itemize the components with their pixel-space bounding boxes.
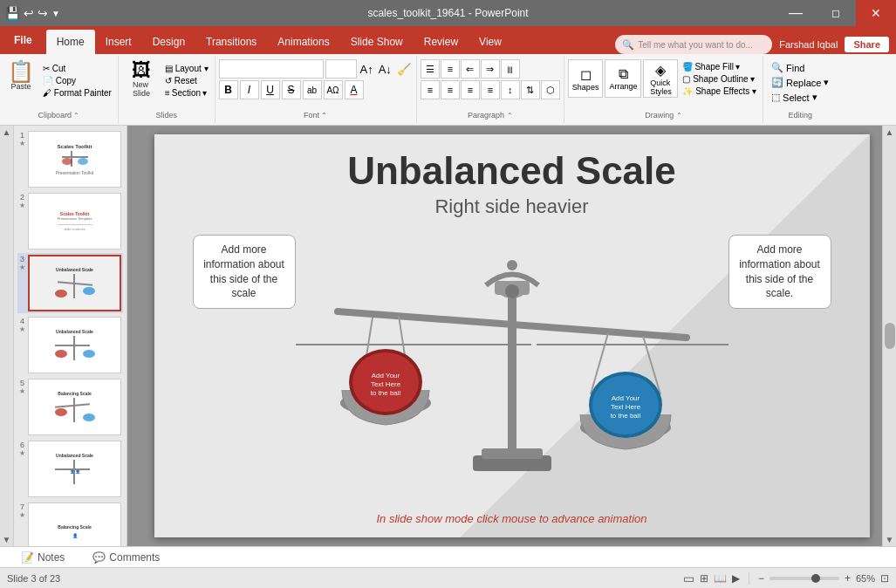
new-slide-button[interactable]: 🖼 NewSlide: [122, 59, 161, 99]
slide-thumb-4[interactable]: 4 ★ Unbalanced Scale: [17, 315, 123, 375]
canvas-scroll-down-button[interactable]: ▼: [886, 535, 894, 544]
notes-icon: 📝: [21, 551, 34, 564]
align-center-button[interactable]: ≡: [441, 80, 460, 99]
shape-effects-button[interactable]: ✨ Shape Effects ▾: [680, 85, 759, 97]
underline-button[interactable]: U: [261, 80, 280, 99]
justify-button[interactable]: ≡: [481, 80, 500, 99]
minimize-button[interactable]: —: [776, 0, 816, 26]
slide-thumb-3[interactable]: 3 ★ Unbalanced Scale: [17, 253, 123, 313]
shadow-button[interactable]: ab: [303, 80, 322, 99]
numbered-list-button[interactable]: ≡: [441, 59, 460, 79]
slide-thumb-7[interactable]: 7 ★ Balancing Scale 👤: [17, 501, 123, 546]
scroll-down-button[interactable]: ▼: [3, 535, 11, 544]
comments-icon: 💬: [92, 551, 106, 564]
select-button[interactable]: ⬚ Select ▾: [769, 91, 831, 104]
file-tab[interactable]: File: [0, 26, 46, 54]
shapes-button[interactable]: ◻ Shapes: [568, 59, 604, 98]
find-button[interactable]: 🔍 Find: [769, 61, 831, 74]
slide-thumb-5[interactable]: 5 ★ Balancing Scale: [17, 377, 123, 437]
clear-format-button[interactable]: 🧹: [395, 63, 413, 76]
align-left-button[interactable]: ≡: [421, 80, 440, 99]
comments-tab[interactable]: 💬 Comments: [85, 550, 167, 565]
svg-rect-1: [508, 290, 516, 464]
slide-thumb-1[interactable]: 1 ★ Scales Toolkit Presentation Toolkit: [17, 129, 123, 189]
svg-rect-3: [482, 448, 543, 459]
tab-home[interactable]: Home: [46, 30, 95, 54]
cut-button[interactable]: ✂ Cut: [40, 63, 114, 74]
font-name-input[interactable]: [219, 59, 324, 79]
tab-slideshow[interactable]: Slide Show: [340, 30, 414, 54]
increase-font-button[interactable]: A↑: [359, 63, 375, 76]
reset-button[interactable]: ↺ Reset: [162, 75, 211, 86]
redo-icon[interactable]: ↪: [38, 6, 48, 20]
slide-info: Slide 3 of 23: [7, 573, 60, 584]
shape-outline-button[interactable]: ▢ Shape Outline ▾: [680, 73, 759, 85]
left-info-box[interactable]: Add more information about this side of …: [193, 235, 296, 309]
tab-view[interactable]: View: [469, 30, 512, 54]
paragraph-group: ☰ ≡ ⇐ ⇒ ⫼ ≡ ≡ ≡ ≡ ↕ ⇅ ⬡ Paragraph ⌃: [417, 56, 564, 123]
right-info-box[interactable]: Add more information about this side of …: [728, 235, 831, 309]
svg-point-23: [505, 284, 519, 298]
canvas-scroll-up-button[interactable]: ▲: [886, 127, 894, 137]
align-right-button[interactable]: ≡: [461, 80, 480, 99]
italic-button[interactable]: I: [240, 80, 259, 99]
search-box[interactable]: 🔍 Tell me what you want to do...: [615, 35, 772, 54]
zoom-in-button[interactable]: +: [845, 572, 851, 585]
tab-design[interactable]: Design: [142, 30, 195, 54]
slide-num-5: 5: [20, 379, 24, 387]
section-button[interactable]: ≡ Section ▾: [162, 87, 211, 99]
slideshow-button[interactable]: ▶: [732, 572, 740, 585]
save-icon[interactable]: 💾: [5, 6, 20, 20]
zoom-level[interactable]: 65%: [856, 573, 875, 584]
scroll-up-button[interactable]: ▲: [3, 127, 11, 137]
copy-button[interactable]: 📄 Copy: [40, 75, 114, 86]
zoom-slider[interactable]: [769, 577, 839, 580]
paste-button[interactable]: 📋 Paste: [3, 59, 38, 92]
slide-title[interactable]: Unbalanced Scale Right side heavier: [154, 134, 870, 218]
tab-animations[interactable]: Animations: [267, 30, 339, 54]
arrange-button[interactable]: ⧉ Arrange: [605, 59, 641, 98]
columns-button[interactable]: ⫼: [501, 59, 520, 79]
font-group: A↑ A↓ 🧹 B I U S ab AΩ A Font ⌃: [215, 56, 417, 123]
format-painter-button[interactable]: 🖌 Format Painter: [40, 87, 114, 99]
tab-insert[interactable]: Insert: [95, 30, 142, 54]
decrease-indent-button[interactable]: ⇐: [461, 59, 480, 79]
strikethrough-button[interactable]: S: [282, 80, 301, 99]
spacing-button[interactable]: AΩ: [324, 80, 343, 99]
slide-canvas: Unbalanced Scale Right side heavier Add …: [154, 134, 870, 537]
font-size-input[interactable]: [325, 59, 357, 79]
animation-text: In slide show mode click mouse to advanc…: [154, 512, 870, 525]
increase-indent-button[interactable]: ⇒: [481, 59, 500, 79]
notes-bar: 📝 Notes 💬 Comments: [0, 546, 896, 567]
close-button[interactable]: ✕: [856, 0, 896, 26]
normal-view-button[interactable]: ▭: [683, 571, 694, 585]
svg-text:to the ball: to the ball: [370, 389, 400, 397]
font-color-button[interactable]: A: [345, 80, 364, 99]
smart-art-button[interactable]: ⬡: [541, 80, 560, 99]
search-icon: 🔍: [622, 39, 634, 51]
slide-thumb-2[interactable]: 2 ★ Scales Toolkit Presentation Template…: [17, 191, 123, 251]
restore-button[interactable]: ◻: [816, 0, 856, 26]
text-direction-button[interactable]: ⇅: [521, 80, 540, 99]
share-button[interactable]: Share: [845, 37, 889, 52]
fit-slide-button[interactable]: ⊡: [880, 572, 889, 585]
undo-icon[interactable]: ↩: [24, 6, 34, 20]
tab-review[interactable]: Review: [414, 30, 469, 54]
layout-button[interactable]: ▤ Layout ▾: [162, 63, 211, 74]
notes-tab[interactable]: 📝 Notes: [14, 550, 72, 565]
reading-view-button[interactable]: 📖: [714, 572, 727, 585]
scale-graphic: Add Your Text Here to the ball Add Your …: [294, 211, 730, 499]
quick-styles-button[interactable]: ◈ QuickStyles: [643, 59, 678, 98]
replace-button[interactable]: 🔄 Replace ▾: [769, 76, 831, 89]
decrease-font-button[interactable]: A↓: [377, 63, 393, 76]
line-spacing-button[interactable]: ↕: [501, 80, 520, 99]
tab-transitions[interactable]: Transitions: [195, 30, 267, 54]
slide-thumb-6[interactable]: 6 ★ Unbalanced Scale 👤👤: [17, 439, 123, 499]
shape-fill-button[interactable]: 🪣 Shape Fill ▾: [680, 61, 759, 72]
bold-button[interactable]: B: [219, 80, 238, 99]
customize-icon[interactable]: ▼: [51, 9, 60, 18]
slide-sorter-button[interactable]: ⊞: [700, 572, 708, 585]
zoom-out-button[interactable]: −: [758, 572, 764, 585]
bullet-list-button[interactable]: ☰: [421, 59, 440, 79]
scroll-thumb[interactable]: [885, 323, 895, 349]
